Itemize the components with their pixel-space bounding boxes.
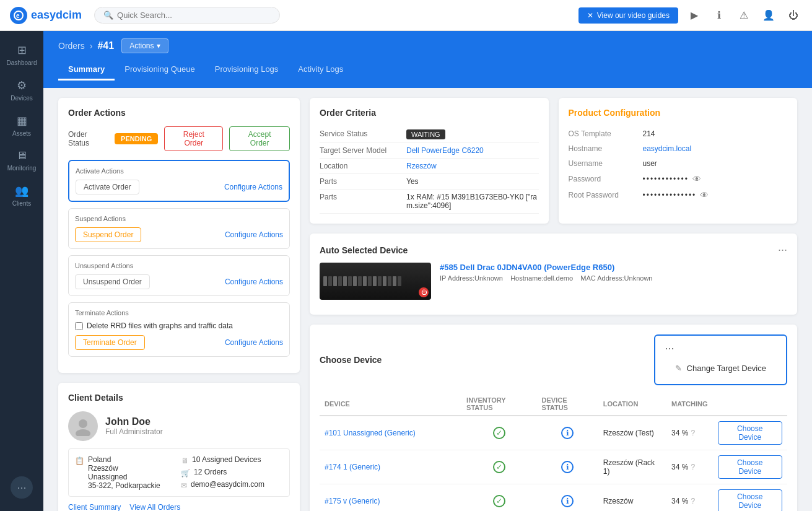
password-eye-icon[interactable]: 👁 [692, 174, 701, 184]
sidebar-item-dashboard[interactable]: ⊞ Dashboard [0, 37, 43, 72]
config-row-0: OS Template 214 [569, 126, 788, 141]
terminate-checkbox[interactable] [75, 322, 83, 330]
devices-count-icon: 🖥 [181, 456, 188, 465]
terminate-order-button[interactable]: Terminate Order [75, 335, 145, 350]
choose-device-menu-button[interactable]: ··· [665, 342, 674, 355]
sidebar-item-label: Dashboard [7, 59, 37, 66]
power-icon[interactable]: ⏻ [785, 7, 802, 24]
choose-device-button[interactable]: Choose Device [718, 455, 782, 479]
unsuspend-configure-link[interactable]: Configure Actions [225, 277, 283, 286]
tab-provisioning-queue[interactable]: Provisioning Queue [115, 59, 204, 81]
breadcrumb-parent[interactable]: Orders [58, 41, 85, 51]
device-img-bar [320, 263, 431, 300]
table-row: #175 v (Generic) ✓ ℹ Rzeszów 34 % ? Choo… [320, 484, 787, 512]
col-device-status: DEVICE STATUS [537, 393, 598, 416]
client-header: John Doe Full Administrator [68, 411, 290, 441]
user-icon[interactable]: 👤 [760, 7, 777, 24]
svg-text:e: e [16, 12, 20, 19]
view-all-orders-link[interactable]: View All Orders [129, 503, 180, 511]
video-guides-button[interactable]: ✕ View our video guides [578, 7, 678, 24]
actions-dropdown-button[interactable]: Actions ▾ [121, 38, 168, 53]
sidebar-item-clients[interactable]: 👥 Clients [0, 178, 43, 213]
alert-icon[interactable]: ⚠ [735, 7, 753, 24]
location-cell: Rzeszów (Test) [598, 416, 666, 450]
matching-cell: 34 % ? [666, 416, 712, 450]
choose-device-title: Choose Device [320, 355, 382, 365]
search-input[interactable] [117, 11, 271, 20]
device-link[interactable]: #174 1 (Generic) [325, 463, 380, 471]
choose-device-button[interactable]: Choose Device [718, 421, 782, 445]
device-link[interactable]: #101 Unassigned (Generic) [325, 429, 416, 437]
choose-device-button[interactable]: Choose Device [718, 489, 782, 511]
device-info-row: ⏻ #585 Dell Drac 0JDN4VA00 (PowerEdge R6… [320, 263, 787, 305]
logo-text: easydcim [31, 9, 82, 22]
client-summary-link[interactable]: Client Summary [68, 503, 121, 511]
tab-provisioning-logs[interactable]: Provisioning Logs [205, 59, 289, 81]
info-icon[interactable]: ℹ [710, 7, 728, 24]
config-rows: OS Template 214 Hostname easydcim.local … [569, 126, 788, 203]
sidebar-item-devices[interactable]: ⚙ Devices [0, 72, 43, 108]
suspend-actions-section: Suspend Actions Suspend Order Configure … [68, 208, 290, 249]
suspend-order-button[interactable]: Suspend Order [75, 227, 141, 242]
device-status-icon: ℹ [561, 495, 574, 507]
matching-value: 34 % ? [671, 463, 707, 471]
criteria-row-0: Service Status WAITING [320, 126, 539, 143]
tab-summary[interactable]: Summary [58, 59, 115, 81]
order-actions-title: Order Actions [68, 108, 290, 118]
activate-configure-link[interactable]: Configure Actions [224, 183, 282, 191]
device-status-cell: ℹ [537, 484, 598, 512]
help-icon[interactable]: ? [691, 497, 695, 505]
terminate-actions-section: Terminate Actions Delete RRD files with … [68, 302, 290, 357]
sidebar-more-button[interactable]: ··· [11, 476, 33, 499]
sidebar-item-monitoring[interactable]: 🖥 Monitoring [0, 143, 43, 178]
suspend-configure-link[interactable]: Configure Actions [225, 230, 283, 239]
monitoring-icon: 🖥 [16, 149, 27, 162]
root-password-eye-icon[interactable]: 👁 [700, 190, 709, 200]
sidebar-item-label: Assets [12, 130, 31, 137]
device-link[interactable]: #175 v (Generic) [325, 497, 380, 505]
matching-value: 34 % ? [671, 429, 707, 437]
header-right-actions: ··· ✎ Change Target Device [654, 334, 787, 385]
accept-order-button[interactable]: Accept Order [229, 126, 290, 151]
client-location: 📋 Poland Rzeszów Unassigned 35-322, Podk… [75, 455, 177, 490]
device-name-cell: #174 1 (Generic) [320, 450, 461, 484]
device-options-icon[interactable]: ··· [778, 243, 787, 256]
tab-activity-logs[interactable]: Activity Logs [288, 59, 353, 81]
client-role: Full Administrator [105, 427, 163, 436]
breadcrumb: Orders › #41 [58, 40, 114, 51]
help-icon[interactable]: ? [691, 463, 695, 471]
inventory-status-cell: ✓ [461, 416, 536, 450]
device-slot [368, 276, 372, 286]
unsuspend-order-button[interactable]: Unsuspend Order [75, 274, 150, 289]
client-details-card: Client Details John Doe Full Administrat… [58, 383, 300, 511]
activate-order-button[interactable]: Activate Order [76, 180, 139, 194]
device-slot [328, 276, 332, 286]
order-status-label: Order Status [68, 130, 108, 147]
device-name-cell: #101 Unassigned (Generic) [320, 416, 461, 450]
table-row: #174 1 (Generic) ✓ ℹ Rzeszów (Rack 1) 34… [320, 450, 787, 484]
play-icon[interactable]: ▶ [686, 7, 703, 24]
sidebar-item-assets[interactable]: ▦ Assets [0, 108, 43, 143]
config-row-3: Password •••••••••••• 👁 [569, 171, 788, 187]
reject-order-button[interactable]: Reject Order [164, 126, 223, 151]
left-column: Order Actions Order Status PENDING Rejec… [58, 98, 300, 511]
device-name-link[interactable]: #585 Dell Drac 0JDN4VA00 (PowerEdge R650… [440, 263, 652, 272]
location-cell: Rzeszów (Rack 1) [598, 450, 666, 484]
terminate-configure-link[interactable]: Configure Actions [225, 338, 283, 347]
device-slots [320, 274, 405, 289]
config-row-2: Username user [569, 156, 788, 171]
choose-device-card: Choose Device ··· ✎ Change Target Device [310, 325, 797, 511]
close-icon: ✕ [587, 11, 593, 20]
criteria-row-2: Location Rzeszów [320, 159, 539, 174]
client-details-title: Client Details [68, 393, 290, 403]
client-links: Client Summary View All Orders [68, 503, 290, 511]
change-target-device-item[interactable]: ✎ Change Target Device [665, 359, 776, 378]
col-location: LOCATION [598, 393, 666, 416]
device-details: #585 Dell Drac 0JDN4VA00 (PowerEdge R650… [440, 263, 652, 282]
nav-right: ✕ View our video guides ▶ ℹ ⚠ 👤 ⏻ [578, 7, 802, 24]
search-bar[interactable]: 🔍 [94, 7, 280, 24]
sidebar: ⊞ Dashboard ⚙ Devices ▦ Assets 🖥 Monitor… [0, 31, 43, 511]
avatar [68, 411, 98, 441]
svg-point-3 [76, 429, 90, 436]
help-icon[interactable]: ? [691, 429, 695, 437]
